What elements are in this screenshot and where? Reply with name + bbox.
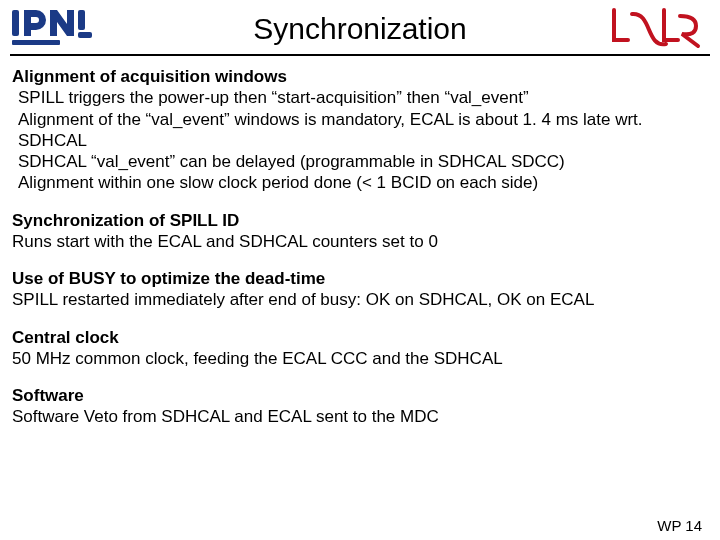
section-title: Use of BUSY to optimize the dead-time xyxy=(12,268,706,289)
section-line: SDHCAL “val_event” can be delayed (progr… xyxy=(12,151,706,172)
slide-footer: WP 14 xyxy=(657,517,702,534)
title-underline xyxy=(10,54,710,56)
section-line: 50 MHz common clock, feeding the ECAL CC… xyxy=(12,348,706,369)
section-line: SDHCAL xyxy=(12,130,706,151)
section-busy: Use of BUSY to optimize the dead-time SP… xyxy=(12,268,706,311)
llr-logo xyxy=(606,4,702,58)
section-line: Software Veto from SDHCAL and ECAL sent … xyxy=(12,406,706,427)
slide-content: Alignment of acquisition windows SPILL t… xyxy=(0,58,720,428)
section-title: Alignment of acquisition windows xyxy=(12,66,706,87)
section-line: SPILL triggers the power-up then “start-… xyxy=(12,87,706,108)
section-line: Alignment within one slow clock period d… xyxy=(12,172,706,193)
slide-header: Synchronization xyxy=(0,0,720,58)
section-line: Runs start with the ECAL and SDHCAL coun… xyxy=(12,231,706,252)
section-title: Software xyxy=(12,385,706,406)
section-central-clock: Central clock 50 MHz common clock, feedi… xyxy=(12,327,706,370)
section-spill-id: Synchronization of SPILL ID Runs start w… xyxy=(12,210,706,253)
section-line: SPILL restarted immediately after end of… xyxy=(12,289,706,310)
section-title: Central clock xyxy=(12,327,706,348)
section-title: Synchronization of SPILL ID xyxy=(12,210,706,231)
section-alignment: Alignment of acquisition windows SPILL t… xyxy=(12,66,706,194)
section-line: Alignment of the “val_event” windows is … xyxy=(12,109,706,130)
section-software: Software Software Veto from SDHCAL and E… xyxy=(12,385,706,428)
